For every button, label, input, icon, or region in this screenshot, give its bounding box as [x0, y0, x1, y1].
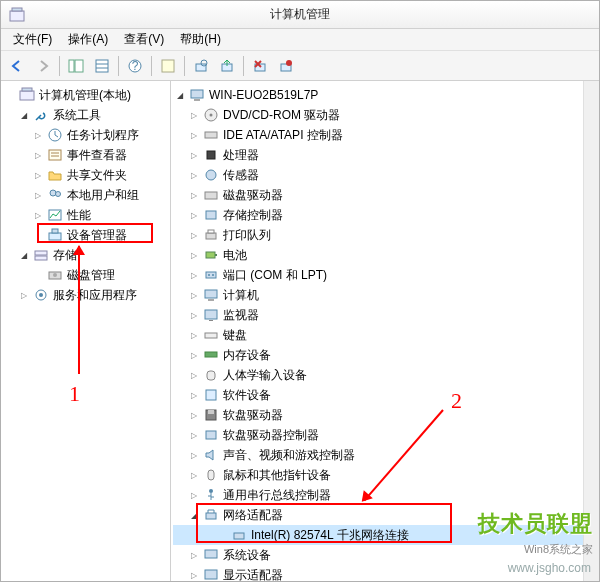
tree-floppy-ctrl[interactable]: 软盘驱动器控制器 [173, 425, 597, 445]
back-button[interactable] [5, 54, 29, 78]
tree-cpu[interactable]: 处理器 [173, 145, 597, 165]
tree-local-users[interactable]: 本地用户和组 [3, 185, 168, 205]
tree-shared-folders[interactable]: 共享文件夹 [3, 165, 168, 185]
tree-mouse[interactable]: 鼠标和其他指针设备 [173, 465, 597, 485]
help-button[interactable]: ? [123, 54, 147, 78]
app-icon [9, 7, 25, 23]
expander-icon[interactable] [187, 208, 201, 222]
vertical-scrollbar[interactable] [583, 81, 599, 581]
tree-monitor[interactable]: 监视器 [173, 305, 597, 325]
svg-rect-0 [10, 11, 24, 21]
tree-ide[interactable]: IDE ATA/ATAPI 控制器 [173, 125, 597, 145]
expander-icon[interactable] [187, 428, 201, 442]
tree-keyboard[interactable]: 键盘 [173, 325, 597, 345]
menu-view[interactable]: 查看(V) [116, 29, 172, 50]
floppy-icon [203, 407, 219, 423]
tree-storage[interactable]: 存储 [3, 245, 168, 265]
expander-icon[interactable] [187, 488, 201, 502]
expander-icon[interactable] [187, 268, 201, 282]
expander-icon[interactable] [187, 108, 201, 122]
expander-icon[interactable] [187, 388, 201, 402]
tree-label: 人体学输入设备 [223, 367, 307, 384]
tree-label: 处理器 [223, 147, 259, 164]
expander-icon[interactable] [187, 308, 201, 322]
tree-ports[interactable]: 端口 (COM 和 LPT) [173, 265, 597, 285]
computer-icon [203, 287, 219, 303]
expander-icon[interactable] [187, 568, 201, 581]
tree-disk-mgmt[interactable]: 磁盘管理 [3, 265, 168, 285]
expander-icon[interactable] [173, 88, 187, 102]
expander-icon[interactable] [187, 168, 201, 182]
tree-computer-root[interactable]: WIN-EUO2B519L7P [173, 85, 597, 105]
tree-memory[interactable]: 内存设备 [173, 345, 597, 365]
expander-icon[interactable] [187, 288, 201, 302]
expander-icon[interactable] [187, 508, 201, 522]
tree-usb[interactable]: 通用串行总线控制器 [173, 485, 597, 505]
device-mgr-icon [47, 227, 63, 243]
expander-icon[interactable] [187, 348, 201, 362]
tree-print-queue[interactable]: 打印队列 [173, 225, 597, 245]
tree-label: 传感器 [223, 167, 259, 184]
expander-icon[interactable] [31, 148, 45, 162]
show-hide-tree-button[interactable] [64, 54, 88, 78]
tree-software-dev[interactable]: 软件设备 [173, 385, 597, 405]
expander-icon[interactable] [17, 248, 31, 262]
expander-icon[interactable] [187, 228, 201, 242]
expander-icon[interactable] [187, 368, 201, 382]
menu-file[interactable]: 文件(F) [5, 29, 60, 50]
forward-button[interactable] [31, 54, 55, 78]
expander-icon[interactable] [187, 448, 201, 462]
tree-network[interactable]: 网络适配器 [173, 505, 597, 525]
tree-disk[interactable]: 磁盘驱动器 [173, 185, 597, 205]
uninstall-button[interactable] [248, 54, 272, 78]
tree-performance[interactable]: 性能 [3, 205, 168, 225]
tree-services[interactable]: 服务和应用程序 [3, 285, 168, 305]
tree-battery[interactable]: 电池 [173, 245, 597, 265]
view-options-button[interactable] [90, 54, 114, 78]
storage-ctrl-icon [203, 207, 219, 223]
expander-icon[interactable] [31, 188, 45, 202]
tree-system-dev[interactable]: 系统设备 [173, 545, 597, 565]
expander-icon[interactable] [31, 168, 45, 182]
svg-text:?: ? [132, 59, 139, 73]
tree-sensor[interactable]: 传感器 [173, 165, 597, 185]
tree-device-manager[interactable]: 设备管理器 [3, 225, 168, 245]
tree-network-item[interactable]: Intel(R) 82574L 千兆网络连接 [173, 525, 597, 545]
expander-icon[interactable] [187, 328, 201, 342]
tools-icon [33, 107, 49, 123]
tree-hid[interactable]: 人体学输入设备 [173, 365, 597, 385]
tree-floppy[interactable]: 软盘驱动器 [173, 405, 597, 425]
expander-icon[interactable] [187, 148, 201, 162]
tree-dvd[interactable]: DVD/CD-ROM 驱动器 [173, 105, 597, 125]
expander-icon[interactable] [31, 128, 45, 142]
expander-icon[interactable] [187, 468, 201, 482]
tree-label: 磁盘管理 [67, 267, 115, 284]
expander-icon[interactable] [187, 188, 201, 202]
keyboard-icon [203, 327, 219, 343]
expander-icon[interactable] [17, 288, 31, 302]
tree-system-tools[interactable]: 系统工具 [3, 105, 168, 125]
expander-icon[interactable] [187, 548, 201, 562]
tree-sound[interactable]: 声音、视频和游戏控制器 [173, 445, 597, 465]
tree-label: 设备管理器 [67, 227, 127, 244]
svg-rect-62 [208, 470, 214, 480]
tree-computer[interactable]: 计算机 [173, 285, 597, 305]
scan-hardware-button[interactable] [189, 54, 213, 78]
properties-button[interactable] [156, 54, 180, 78]
tree-root-computer-mgmt[interactable]: 计算机管理(本地) [3, 85, 168, 105]
svg-point-49 [208, 274, 210, 276]
expander-icon[interactable] [187, 248, 201, 262]
disable-button[interactable] [274, 54, 298, 78]
tree-task-scheduler[interactable]: 任务计划程序 [3, 125, 168, 145]
expander-icon[interactable] [187, 128, 201, 142]
monitor-icon [203, 307, 219, 323]
tree-display[interactable]: 显示适配器 [173, 565, 597, 581]
menu-action[interactable]: 操作(A) [60, 29, 116, 50]
tree-storage-ctrl[interactable]: 存储控制器 [173, 205, 597, 225]
expander-icon[interactable] [187, 408, 201, 422]
menu-help[interactable]: 帮助(H) [172, 29, 229, 50]
expander-icon[interactable] [17, 108, 31, 122]
update-driver-button[interactable] [215, 54, 239, 78]
expander-icon[interactable] [31, 208, 45, 222]
tree-event-viewer[interactable]: 事件查看器 [3, 145, 168, 165]
